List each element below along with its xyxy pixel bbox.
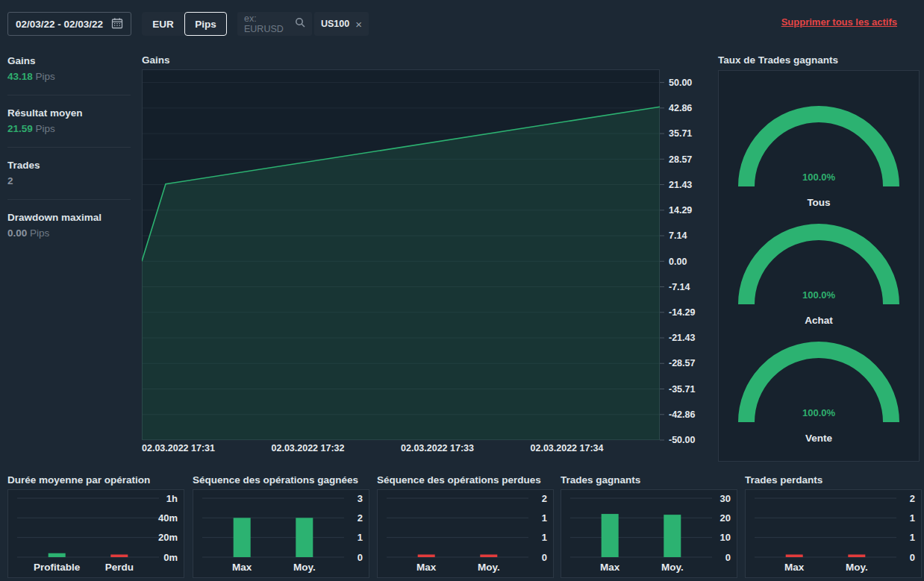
svg-text:Max: Max [416, 562, 437, 573]
stat-value: 2 [7, 175, 13, 186]
avg-duration-panel: Durée moyenne par opération 1h40m20m0mPr… [7, 474, 184, 578]
bar-Max [602, 514, 619, 557]
svg-text:30: 30 [720, 493, 731, 504]
asset-chip-us100[interactable]: US100 × [314, 12, 369, 36]
gauge-vente: 100.0%Vente [729, 338, 908, 447]
svg-text:-28.57: -28.57 [669, 358, 695, 368]
winning-streak-chart: 3210MaxMoy. [193, 489, 369, 578]
bar-Moy. [296, 518, 313, 557]
stat-unit: Pips [30, 227, 49, 239]
svg-text:40m: 40m [158, 512, 178, 524]
svg-text:Max: Max [784, 562, 805, 573]
stat-label: Gains [7, 55, 131, 66]
svg-text:-7.14: -7.14 [669, 282, 690, 292]
svg-text:100.0%: 100.0% [802, 172, 836, 183]
winning-streak-panel: Séquence des opérations gagnées 3210MaxM… [193, 474, 369, 578]
svg-text:-21.43: -21.43 [669, 333, 695, 343]
mini-bar-chart-svg: 3210MaxMoy. [195, 492, 369, 577]
gains-area-chart: 50.0042.8635.7128.5721.4314.297.140.00-7… [142, 69, 708, 459]
mini-bar-chart-svg: 2110MaxMoy. [379, 492, 553, 577]
gains-chart-panel: Gains 50.0042.8635.7128.5721.4314.297.14… [142, 54, 708, 459]
svg-text:0m: 0m [163, 552, 178, 563]
mini-bar-chart-svg: 2110MaxMoy. [747, 492, 921, 577]
stat-label: Trades [7, 160, 131, 171]
svg-text:35.71: 35.71 [669, 128, 692, 139]
winning-trades-chart: 3020100MaxMoy. [561, 489, 737, 578]
mini-bar-chart-svg: 3020100MaxMoy. [563, 492, 737, 577]
gains-chart-svg: 50.0042.8635.7128.5721.4314.297.140.00-7… [142, 69, 708, 456]
stat-value: 21.59 [7, 123, 33, 134]
svg-text:42.86: 42.86 [669, 103, 692, 113]
svg-text:1: 1 [358, 532, 363, 543]
mini-panel-title: Trades gagnants [561, 474, 737, 486]
svg-text:50.00: 50.00 [669, 78, 692, 88]
svg-text:2: 2 [910, 493, 915, 504]
losing-streak-chart: 2110MaxMoy. [377, 489, 554, 578]
zero-bar-Moy. [848, 555, 865, 558]
mini-panel-title: Durée moyenne par opération [7, 474, 184, 486]
stat-drawdown-maximal: Drawdown maximal 0.00 Pips [7, 200, 131, 251]
stat-label: Drawdown maximal [7, 212, 131, 223]
bar-Max [234, 518, 251, 557]
zero-bar-Max [418, 555, 435, 558]
svg-text:-14.29: -14.29 [669, 307, 695, 318]
win-rate-gauges: 100.0%Tous100.0%Achat100.0%Vente [718, 70, 920, 462]
stat-resultat-moyen: Résultat moyen 21.59 Pips [7, 95, 131, 148]
svg-text:Tous: Tous [807, 197, 830, 208]
svg-text:28.57: 28.57 [669, 154, 692, 165]
svg-text:20m: 20m [158, 532, 178, 543]
svg-text:0: 0 [725, 552, 731, 563]
eur-toggle-button[interactable]: EUR [142, 12, 184, 36]
svg-text:1h: 1h [166, 493, 178, 504]
mini-panel-title: Séquence des opérations perdues [377, 474, 554, 486]
bar-Profitable [49, 553, 66, 557]
svg-text:10: 10 [720, 532, 731, 543]
svg-text:Max: Max [600, 562, 620, 573]
svg-text:Moy.: Moy. [846, 562, 868, 573]
losing-trades-panel: Trades perdants 2110MaxMoy. [745, 474, 922, 578]
win-rate-title: Taux de Trades gagnants [718, 54, 920, 66]
svg-text:Perdu: Perdu [105, 562, 134, 573]
search-placeholder: ex: EURUSD [244, 13, 295, 34]
svg-text:02.03.2022 17:32: 02.03.2022 17:32 [272, 443, 345, 453]
stat-value: 43.18 [7, 71, 33, 82]
stat-unit: Pips [36, 71, 55, 82]
search-icon [295, 17, 305, 31]
svg-text:3: 3 [358, 493, 363, 504]
svg-text:Profitable: Profitable [34, 562, 81, 573]
svg-text:Vente: Vente [805, 433, 833, 444]
svg-text:1: 1 [542, 532, 547, 543]
svg-text:14.29: 14.29 [669, 205, 692, 216]
avg-duration-chart: 1h40m20m0mProfitablePerdu [7, 489, 184, 578]
svg-text:2: 2 [358, 512, 363, 524]
mini-bar-chart-svg: 1h40m20m0mProfitablePerdu [10, 492, 184, 577]
date-range-picker[interactable]: 02/03/22 - 02/03/22 [7, 12, 131, 36]
svg-text:1: 1 [910, 532, 915, 543]
stat-label: Résultat moyen [7, 107, 131, 119]
asset-search-input[interactable]: ex: EURUSD [237, 12, 312, 36]
stat-gains: Gains 43.18 Pips [7, 52, 131, 95]
remove-asset-icon[interactable]: × [355, 19, 362, 30]
svg-text:1: 1 [542, 512, 547, 524]
zero-bar-Max [786, 555, 803, 558]
svg-text:02.03.2022 17:33: 02.03.2022 17:33 [401, 443, 474, 453]
mini-panel-title: Séquence des opérations gagnées [193, 474, 369, 486]
delete-all-assets-link[interactable]: Supprimer tous les actifs [781, 16, 897, 28]
svg-text:1: 1 [910, 512, 915, 524]
mini-panel-title: Trades perdants [745, 474, 922, 486]
svg-text:0.00: 0.00 [669, 257, 687, 267]
svg-text:02.03.2022 17:34: 02.03.2022 17:34 [531, 443, 604, 453]
losing-streak-panel: Séquence des opérations perdues 2110MaxM… [377, 474, 554, 578]
stat-unit: Pips [36, 123, 55, 134]
unit-toggle: EUR Pips [142, 12, 227, 36]
pips-toggle-button[interactable]: Pips [184, 12, 227, 36]
stat-value: 0.00 [7, 227, 27, 239]
gauge-tous: 100.0%Tous [729, 102, 908, 211]
svg-text:Moy.: Moy. [293, 562, 316, 573]
svg-text:-42.86: -42.86 [669, 409, 695, 420]
win-rate-panel: Taux de Trades gagnants 100.0%Tous100.0%… [718, 54, 920, 462]
stats-sidebar: Gains 43.18 Pips Résultat moyen 21.59 Pi… [7, 52, 131, 251]
gains-chart-title: Gains [142, 54, 708, 66]
bar-Moy. [664, 515, 681, 557]
calendar-icon[interactable] [111, 17, 123, 31]
